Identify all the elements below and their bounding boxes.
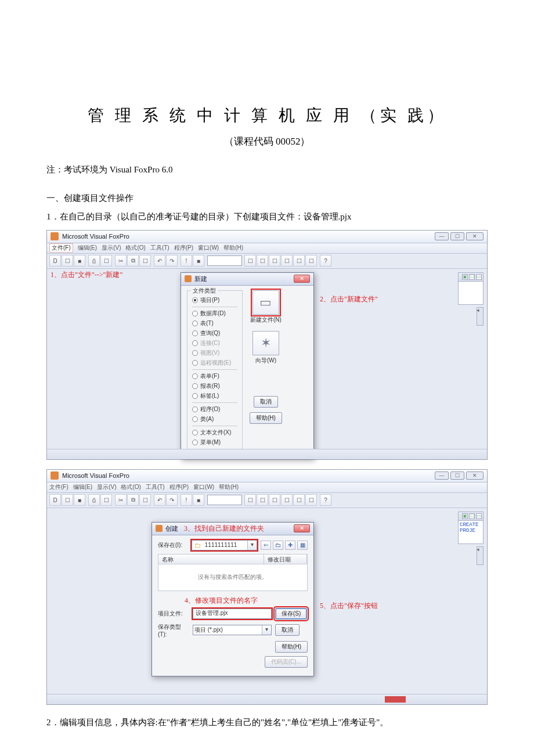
minimize-button[interactable]: — (435, 232, 449, 240)
newfolder-icon[interactable]: ✚ (285, 541, 295, 550)
cut-icon[interactable]: ✂ (115, 494, 127, 506)
tool-a-icon[interactable]: ☐ (244, 494, 256, 506)
cancel-button[interactable]: 取消 (275, 624, 300, 636)
menu-help[interactable]: 帮助(H) (219, 483, 239, 491)
savetype-combo[interactable]: 项目 (*.pjx) ▾ (193, 625, 272, 635)
new-icon[interactable]: D (49, 255, 61, 267)
undo-icon[interactable]: ↶ (154, 494, 165, 506)
menu-window[interactable]: 窗口(W) (193, 483, 214, 491)
back-icon[interactable]: ⇐ (261, 541, 271, 550)
help-button[interactable]: 帮助(H) (275, 641, 308, 653)
radio-label[interactable]: 标签(L) (192, 392, 237, 400)
undo-icon[interactable]: ↶ (154, 255, 165, 267)
tool-db-icon[interactable]: ☐ (293, 494, 305, 506)
print-icon[interactable]: ⎙ (88, 255, 100, 267)
redo-icon[interactable]: ↷ (166, 494, 178, 506)
preview-icon[interactable]: ☐ (100, 494, 112, 506)
menu-tools[interactable]: 工具(T) (146, 483, 165, 491)
scroll-thumb[interactable] (477, 307, 484, 326)
radio-database[interactable]: 数据库(D) (192, 309, 237, 318)
preview-icon[interactable]: ☐ (100, 255, 112, 267)
menu-file[interactable]: 文件(F) (49, 243, 73, 253)
menu-help[interactable]: 帮助(H) (223, 244, 243, 252)
radio-menu[interactable]: 菜单(M) (192, 438, 237, 447)
command-window[interactable] (458, 282, 484, 305)
save-icon[interactable]: ■ (74, 255, 85, 267)
toolbar-input[interactable] (207, 495, 242, 505)
cancel-button[interactable]: 取消 (254, 396, 278, 408)
open-icon[interactable]: ☐ (62, 494, 73, 506)
chevron-down-icon[interactable]: ▾ (247, 541, 257, 550)
copy-icon[interactable]: ⧉ (127, 255, 139, 267)
redo-icon[interactable]: ↷ (166, 255, 178, 267)
radio-class[interactable]: 类(A) (192, 415, 237, 423)
menu-file[interactable]: 文件(F) (49, 483, 68, 491)
radio-textfile[interactable]: 文本文件(X) (192, 429, 237, 437)
col-name[interactable]: 名称 (158, 555, 264, 564)
menu-view[interactable]: 显示(V) (97, 483, 116, 491)
panel-icon[interactable]: ▣ (462, 513, 468, 519)
tool-a-icon[interactable]: ☐ (244, 255, 256, 267)
dialog-close-icon[interactable]: ✕ (294, 275, 310, 283)
new-icon[interactable]: D (49, 494, 61, 506)
projectfile-input[interactable]: 设备管理.pjx (193, 609, 272, 619)
paste-icon[interactable]: ☐ (139, 494, 151, 506)
col-date[interactable]: 修改日期 (264, 555, 307, 564)
menu-view[interactable]: 显示(V) (102, 244, 121, 252)
tool-b-icon[interactable]: ☐ (257, 255, 268, 267)
toolbar-help-icon[interactable]: ? (320, 255, 331, 267)
save-button[interactable]: 保存(S) (275, 608, 307, 620)
maximize-button[interactable]: ☐ (450, 471, 464, 480)
panel-icon[interactable]: ☐ (469, 274, 475, 280)
panel-icon[interactable]: ☐ (469, 513, 475, 519)
menu-tools[interactable]: 工具(T) (150, 244, 169, 252)
command-window[interactable]: CREATE PROJE (458, 521, 484, 544)
panel-icon[interactable]: ▭ (476, 274, 482, 280)
up-icon[interactable]: 🗀 (273, 541, 283, 550)
wizard-button[interactable]: ✶ (252, 331, 279, 355)
scroll-thumb[interactable] (477, 546, 484, 565)
run-icon[interactable]: ! (181, 494, 192, 506)
views-icon[interactable]: ▦ (297, 541, 308, 550)
tool-b-icon[interactable]: ☐ (257, 494, 268, 506)
radio-table[interactable]: 表(T) (192, 319, 237, 327)
radio-project[interactable]: 项目(P) (192, 296, 237, 304)
menu-program[interactable]: 程序(P) (169, 483, 189, 491)
savein-combo[interactable]: 🗀 1111111111 ▾ (192, 540, 257, 550)
menu-edit[interactable]: 编辑(E) (73, 483, 92, 491)
tool-db-icon[interactable]: ☐ (293, 255, 305, 267)
panel-icon[interactable]: ▣ (462, 274, 468, 280)
cut-icon[interactable]: ✂ (115, 255, 127, 267)
print-icon[interactable]: ⎙ (88, 494, 100, 506)
menu-window[interactable]: 窗口(W) (198, 244, 219, 252)
radio-report[interactable]: 报表(R) (192, 382, 237, 390)
run-icon[interactable]: ! (181, 255, 192, 267)
menu-edit[interactable]: 编辑(E) (78, 244, 97, 252)
menu-program[interactable]: 程序(P) (174, 244, 193, 252)
open-icon[interactable]: ☐ (62, 255, 73, 267)
file-list[interactable]: 没有与搜索条件匹配的项。 (158, 564, 308, 591)
dialog-close-icon[interactable]: ✕ (294, 524, 310, 532)
tool-c-icon[interactable]: ☐ (269, 494, 280, 506)
copy-icon[interactable]: ⧉ (127, 494, 139, 506)
chevron-down-icon[interactable]: ▾ (262, 625, 271, 635)
radio-form[interactable]: 表单(F) (192, 372, 237, 380)
toolbar-input[interactable] (207, 255, 242, 266)
tool-d-icon[interactable]: ☐ (281, 255, 293, 267)
radio-query[interactable]: 查询(Q) (192, 329, 237, 337)
minimize-button[interactable]: — (435, 471, 449, 480)
tool-d-icon[interactable]: ☐ (281, 494, 293, 506)
save-icon[interactable]: ■ (74, 494, 85, 506)
close-button[interactable]: ✕ (466, 232, 484, 240)
paste-icon[interactable]: ☐ (139, 255, 151, 267)
tool-win-icon[interactable]: ☐ (305, 255, 317, 267)
menu-format[interactable]: 格式(O) (121, 483, 140, 491)
new-file-button[interactable]: ▭ (252, 290, 279, 315)
stop-icon[interactable]: ■ (193, 494, 204, 506)
radio-program[interactable]: 程序(O) (192, 405, 237, 413)
stop-icon[interactable]: ■ (193, 255, 204, 267)
tool-win-icon[interactable]: ☐ (305, 494, 317, 506)
tool-c-icon[interactable]: ☐ (269, 255, 280, 267)
maximize-button[interactable]: ☐ (450, 232, 464, 240)
menu-format[interactable]: 格式(O) (125, 244, 145, 252)
